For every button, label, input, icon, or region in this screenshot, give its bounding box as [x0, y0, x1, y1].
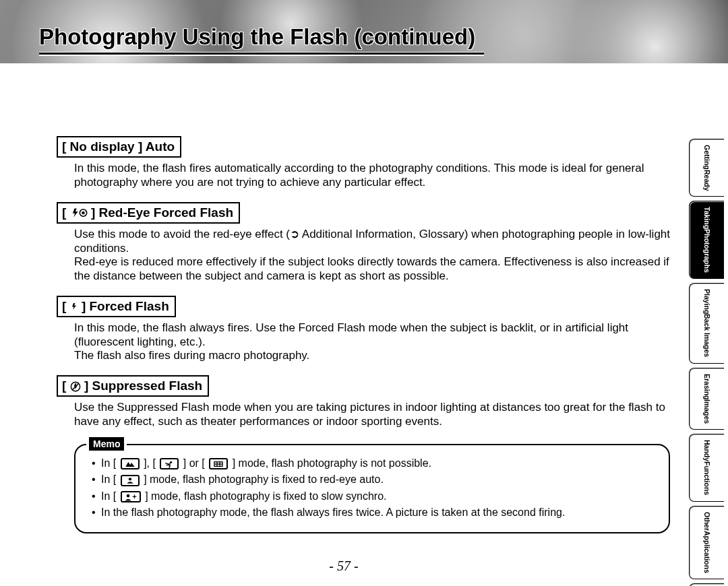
mountain-icon	[121, 458, 140, 469]
head-prefix: [	[62, 299, 70, 313]
section-redeye: [ ] Red-Eye Forced Flash Use this mode t…	[57, 202, 670, 284]
head-suffix: ] Forced Flash	[78, 299, 169, 313]
section-body-auto: In this mode, the flash fires automatica…	[74, 162, 670, 189]
memo-text: ] mode, flash photography is fixed to sl…	[142, 490, 387, 502]
tab-other-applications[interactable]: OtherApplications	[689, 506, 724, 579]
memo-box: Memo In [ ], [ ] or [ ] mode, flash phot…	[74, 444, 670, 533]
memo-item: In [ ], [ ] or [ ] mode, flash photograp…	[92, 457, 657, 470]
content-area: [ No display ] Auto In this mode, the fl…	[57, 136, 670, 533]
head-suffix: ] Suppressed Flash	[81, 379, 203, 393]
night-portrait-icon	[121, 491, 141, 502]
section-auto: [ No display ] Auto In this mode, the fl…	[57, 136, 670, 190]
memo-text: ] or [	[180, 457, 208, 469]
memo-text: In the flash photography mode, the flash…	[101, 507, 565, 518]
memo-text: ] mode, flash photography is fixed to re…	[141, 474, 384, 485]
tab-handy-functions[interactable]: HandyFunctions	[689, 434, 724, 501]
memo-label: Memo	[89, 437, 124, 451]
memo-text: In [	[101, 457, 119, 469]
page-body: [ No display ] Auto In this mode, the fl…	[0, 63, 728, 586]
tab-playing-back-images[interactable]: PlayingBack Images	[689, 283, 724, 364]
memo-list: In [ ], [ ] or [ ] mode, flash photograp…	[92, 457, 657, 519]
flash-eye-icon	[70, 207, 88, 218]
flash-icon	[70, 301, 78, 312]
memo-text: ], [	[141, 457, 159, 469]
head-suffix: ] Red-Eye Forced Flash	[88, 205, 233, 220]
noflash-icon	[70, 381, 81, 392]
section-body-suppressed: Use the Suppressed Flash mode when you a…	[74, 401, 670, 428]
tab-erasing-images[interactable]: ErasingImages	[689, 368, 724, 430]
section-suppressed: [ ] Suppressed Flash Use the Suppressed …	[57, 375, 670, 429]
sport-icon	[160, 458, 179, 469]
memo-label-wrap: Memo	[86, 437, 127, 451]
section-head-forced: [ ] Forced Flash	[57, 296, 176, 317]
tab-taking-photographs[interactable]: TakingPhotographs	[689, 201, 724, 279]
page-number: - 57 -	[0, 558, 688, 574]
memo-item: In [ ] mode, flash photography is fixed …	[92, 473, 657, 486]
tab-additional-information[interactable]: AdditionalInformation	[689, 583, 724, 586]
page-title-wrap: Photography Using the Flash (continued)	[39, 24, 484, 55]
head-prefix: [	[62, 379, 70, 393]
section-body-forced: In this mode, the flash always fires. Us…	[74, 321, 670, 363]
memo-text: In [	[101, 490, 119, 502]
head-prefix: [	[62, 205, 70, 220]
memo-item: In the flash photography mode, the flash…	[92, 506, 657, 519]
section-body-redeye: Use this mode to avoid the red-eye effec…	[74, 228, 670, 284]
memo-item: In [ ] mode, flash photography is fixed …	[92, 490, 657, 503]
section-forced: [ ] Forced Flash In this mode, the flash…	[57, 296, 670, 363]
section-head-redeye: [ ] Red-Eye Forced Flash	[57, 202, 240, 224]
side-tabs: GettingReady TakingPhotographs PlayingBa…	[689, 139, 724, 586]
section-head-suppressed: [ ] Suppressed Flash	[57, 375, 209, 397]
page-title: Photography Using the Flash (continued)	[39, 24, 484, 50]
memo-text: ] mode, flash photography is not possibl…	[229, 457, 431, 469]
title-underline	[39, 53, 484, 55]
multi-icon	[209, 458, 228, 469]
tab-getting-ready[interactable]: GettingReady	[689, 139, 724, 197]
memo-text: In [	[101, 474, 119, 485]
portrait-icon	[121, 475, 140, 486]
section-head-auto: [ No display ] Auto	[57, 136, 181, 158]
